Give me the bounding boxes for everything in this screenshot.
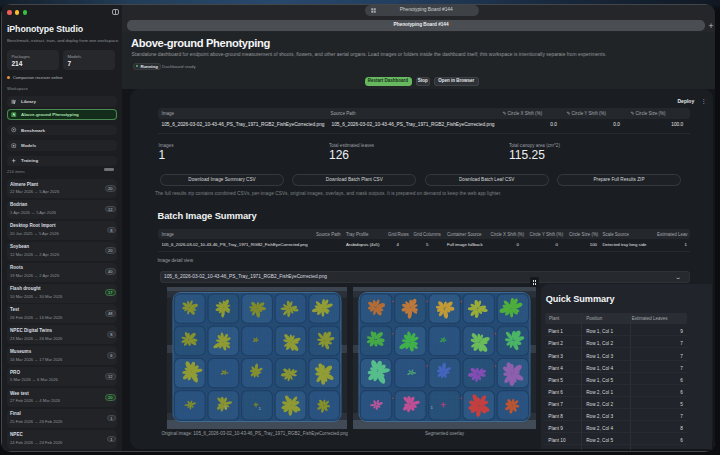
- svg-text:1: 1: [431, 406, 433, 410]
- svg-text:1: 1: [258, 407, 260, 411]
- svg-text:1: 1: [225, 406, 227, 410]
